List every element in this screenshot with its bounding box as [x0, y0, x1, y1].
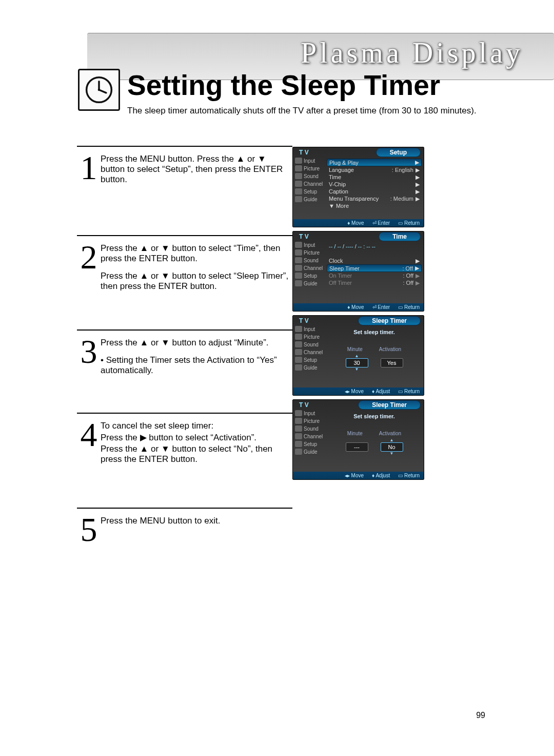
step-2: 2 Press the ▲ or ▼ button to select “Tim…: [77, 235, 292, 312]
step-text: Press the MENU button to exit.: [101, 516, 292, 526]
step-text: Press the ▶ button to select “Activation…: [101, 432, 292, 443]
menu-row: On Timer: Off▶: [327, 272, 422, 279]
step-number: 4: [77, 418, 101, 472]
activation-value: No: [381, 442, 403, 452]
menu-row: Off Timer: Off▶: [327, 279, 422, 286]
menu-row: ▼ More: [327, 202, 422, 209]
step-text-bullet: • Setting the Timer sets the Activation …: [101, 355, 292, 376]
step-number: 3: [77, 335, 101, 383]
osd-header: Sleep Timer: [358, 316, 421, 325]
step-text: Press the ▲ or ▼ button to select “No”, …: [101, 444, 292, 464]
osd-hint: Set sleep timer.: [353, 413, 395, 419]
svg-point-3: [98, 89, 101, 91]
menu-row: Menu Transparency: Medium▶: [327, 195, 422, 202]
menu-row: Language: English▶: [327, 166, 422, 173]
brand-text: Plasma Display: [301, 36, 523, 69]
osd-setup: T VSetup Input Picture Sound Channel Set…: [292, 147, 424, 227]
page-number: 99: [476, 711, 485, 720]
menu-row: Sleep Timer: Off▶: [327, 264, 422, 272]
osd-tv-label: T V: [299, 149, 309, 156]
step-5: 5 Press the MENU button to exit.: [77, 508, 292, 547]
menu-row: Plug & Play▶: [327, 159, 422, 166]
osd-sleep-timer-yes: T VSleep Timer Input Picture Sound Chann…: [292, 315, 424, 396]
page-subtitle: The sleep timer automatically shuts off …: [127, 106, 477, 116]
minute-value: 30: [346, 358, 368, 367]
osd-time: T VTime Input Picture Sound Channel Setu…: [292, 231, 424, 312]
step-text: Press the ▲ or ▼ button to select “Time”…: [101, 243, 292, 264]
step-1: 1 Press the MENU button. Press the ▲ or …: [77, 146, 292, 205]
step-4: 4 To cancel the set sleep timer: Press t…: [77, 413, 292, 485]
osd-header: Setup: [376, 148, 421, 157]
step-text: Press the ▲ or ▼ button to select “Sleep…: [101, 271, 292, 292]
menu-row: Clock▶: [327, 257, 422, 264]
osd-hint: Set sleep timer.: [353, 329, 395, 335]
menu-row: Time▶: [327, 173, 422, 181]
menu-row: V-Chip▶: [327, 181, 422, 188]
activation-value: Yes: [381, 358, 403, 367]
osd-header: Sleep Timer: [358, 400, 421, 410]
osd-header: Time: [379, 232, 421, 241]
step-number: 1: [77, 151, 101, 192]
page-title: Setting the Sleep Timer: [127, 69, 440, 102]
osd-sleep-timer-no: T VSleep Timer Input Picture Sound Chann…: [292, 399, 424, 480]
step-text: To cancel the set sleep timer:: [101, 421, 292, 431]
step-3: 3 Press the ▲ or ▼ button to adjust “Min…: [77, 329, 292, 396]
minute-value: ---: [346, 442, 368, 452]
clock-icon: [78, 69, 120, 111]
step-text: Press the MENU button. Press the ▲ or ▼ …: [101, 154, 292, 185]
step-text: Press the ▲ or ▼ button to adjust “Minut…: [101, 338, 292, 348]
step-number: 5: [77, 513, 101, 547]
osd-sidebar: Input Picture Sound Channel Setup Guide: [293, 158, 325, 219]
clock-text: -- / -- / ---- / -- : -- --: [329, 243, 375, 249]
menu-row: Caption▶: [327, 188, 422, 195]
step-number: 2: [77, 240, 101, 299]
